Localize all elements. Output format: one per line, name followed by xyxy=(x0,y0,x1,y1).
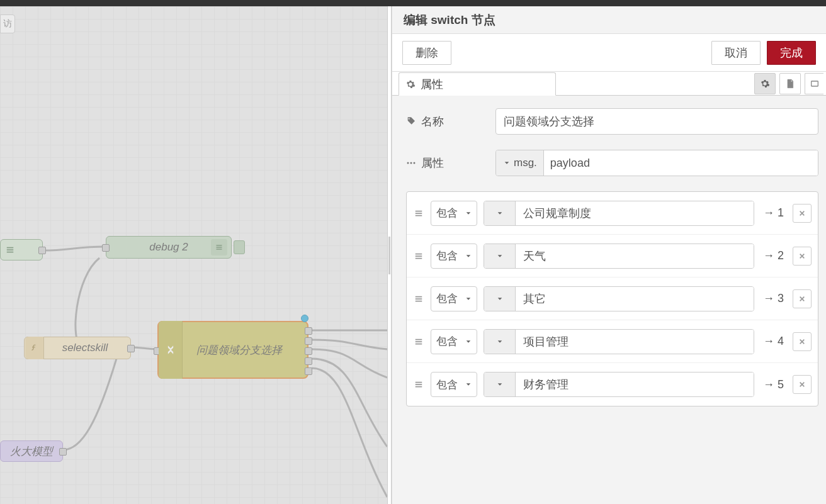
panel-tabs: 属性 xyxy=(392,72,826,96)
rule-operator-select[interactable]: 包含 xyxy=(431,372,477,397)
node-selectskill-label: selectskill xyxy=(62,342,108,354)
node-switch-label: 问题领域分支选择 xyxy=(196,343,282,357)
rules-list: 包含 → 1 包含 xyxy=(406,191,818,406)
panel-title: 编辑 switch 节点 xyxy=(404,12,495,28)
rule-output-label: → 3 xyxy=(761,292,786,305)
name-label-text: 名称 xyxy=(421,114,444,129)
rule-operator-select[interactable]: 包含 xyxy=(431,329,477,354)
rule-value-type-select[interactable] xyxy=(484,372,516,396)
rule-operator-select[interactable]: 包含 xyxy=(431,244,477,269)
rule-output-label: → 1 xyxy=(761,206,786,220)
property-type-select[interactable]: msg. xyxy=(496,150,544,176)
panel-resize-handle[interactable] xyxy=(387,6,392,504)
tab-properties-label: 属性 xyxy=(421,77,443,92)
partial-node-top-left: 访 xyxy=(0,14,15,33)
name-input[interactable] xyxy=(495,108,818,135)
cancel-button[interactable]: 取消 xyxy=(711,41,761,65)
flow-canvas[interactable]: 访 debug 2 selectskill xyxy=(0,6,387,504)
rule-row: 包含 → 4 xyxy=(407,320,818,363)
drag-handle-icon[interactable] xyxy=(413,252,424,260)
svg-point-1 xyxy=(407,162,409,164)
delete-button[interactable]: 删除 xyxy=(402,41,451,65)
drag-handle-icon[interactable] xyxy=(413,294,424,303)
svg-rect-0 xyxy=(811,81,818,86)
tag-icon xyxy=(406,116,416,126)
rule-operator-label: 包含 xyxy=(436,291,458,306)
rule-row: 包含 → 3 xyxy=(407,277,818,320)
rule-value-type-select[interactable] xyxy=(484,201,516,225)
name-label: 名称 xyxy=(406,114,488,129)
rule-value-type-select[interactable] xyxy=(484,287,516,311)
bars-icon xyxy=(6,245,14,254)
rule-value-wrap xyxy=(484,244,754,269)
top-bar xyxy=(0,0,826,6)
bars-icon xyxy=(215,244,223,251)
drag-handle-icon[interactable] xyxy=(413,380,424,389)
rule-operator-select[interactable]: 包含 xyxy=(431,201,477,226)
node-debug-label: debug 2 xyxy=(149,241,188,254)
node-debug[interactable]: debug 2 xyxy=(106,236,232,259)
rule-row: 包含 → 2 xyxy=(407,235,818,277)
rule-value-type-select[interactable] xyxy=(484,244,516,268)
tab-icon-description[interactable] xyxy=(779,73,801,94)
property-label-text: 属性 xyxy=(421,155,444,171)
chev-down-icon xyxy=(504,160,510,166)
rule-value-input[interactable] xyxy=(516,287,754,311)
tab-icon-settings[interactable] xyxy=(754,73,776,94)
rule-output-label: → 2 xyxy=(761,249,786,262)
rule-value-wrap xyxy=(484,286,754,311)
node-partial-green[interactable] xyxy=(0,239,43,260)
panel-actions: 删除 取消 完成 xyxy=(392,34,826,72)
rule-operator-label: 包含 xyxy=(436,334,458,349)
rule-value-wrap xyxy=(484,201,754,226)
edit-panel: 编辑 switch 节点 删除 取消 完成 属性 xyxy=(392,6,826,504)
tab-icon-appearance[interactable] xyxy=(805,73,823,94)
svg-point-2 xyxy=(410,162,412,164)
rule-value-input[interactable] xyxy=(516,330,754,354)
rule-output-label: → 4 xyxy=(761,335,786,348)
drag-handle-icon[interactable] xyxy=(413,209,424,218)
partial-node-label: 访 xyxy=(3,18,12,30)
rule-delete-button[interactable] xyxy=(793,247,812,266)
rule-row: 包含 → 1 xyxy=(407,192,818,235)
rule-operator-select[interactable]: 包含 xyxy=(431,286,477,311)
rule-delete-button[interactable] xyxy=(793,204,812,223)
panel-body: 名称 属性 msg. xyxy=(392,96,826,406)
tab-properties[interactable]: 属性 xyxy=(399,72,556,96)
panel-header: 编辑 switch 节点 xyxy=(392,6,826,34)
function-icon xyxy=(25,337,44,359)
rule-value-wrap xyxy=(484,372,754,397)
property-value-input[interactable] xyxy=(544,150,818,176)
rule-value-type-select[interactable] xyxy=(484,330,516,354)
rule-operator-label: 包含 xyxy=(436,378,458,392)
rule-operator-label: 包含 xyxy=(436,206,458,220)
rule-row: 包含 → 5 xyxy=(407,363,818,406)
rule-delete-button[interactable] xyxy=(793,375,812,394)
property-type-label: msg. xyxy=(514,157,537,169)
rule-value-input[interactable] xyxy=(516,201,754,225)
rule-delete-button[interactable] xyxy=(793,332,812,351)
rule-value-wrap xyxy=(484,329,754,354)
rule-value-input[interactable] xyxy=(516,244,754,268)
drag-handle-icon[interactable] xyxy=(413,337,424,346)
property-label: 属性 xyxy=(406,155,488,171)
node-purple-model[interactable]: 火大模型 xyxy=(0,440,63,462)
rule-output-label: → 5 xyxy=(761,378,786,391)
rule-operator-label: 包含 xyxy=(436,249,458,263)
done-button[interactable]: 完成 xyxy=(767,41,816,65)
gear-icon xyxy=(405,79,416,89)
dots-icon xyxy=(406,161,416,165)
svg-point-3 xyxy=(414,162,416,164)
switch-icon xyxy=(159,321,183,379)
rule-delete-button[interactable] xyxy=(793,289,812,308)
node-purple-label: 火大模型 xyxy=(10,444,53,459)
property-input-wrap: msg. xyxy=(495,150,818,176)
rule-value-input[interactable] xyxy=(516,372,754,396)
